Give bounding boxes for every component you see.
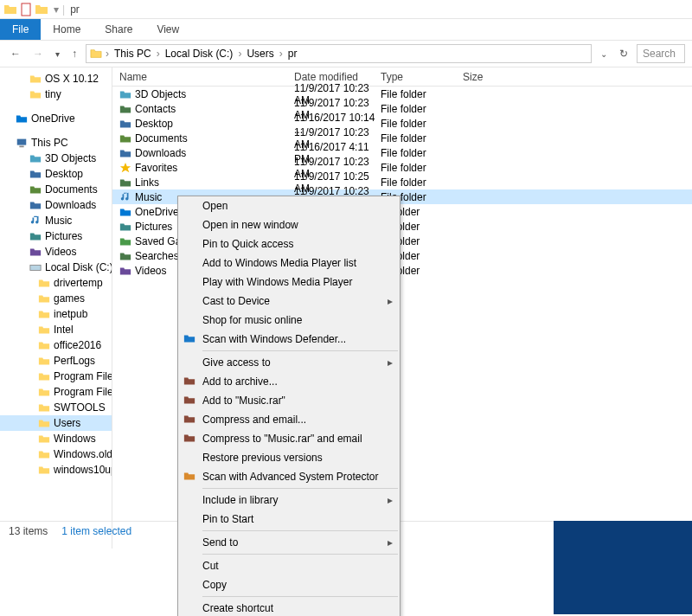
- tree-item[interactable]: Program Files: [0, 369, 112, 384]
- breadcrumb[interactable]: › This PC › Local Disk (C:) › Users › pr: [86, 44, 592, 63]
- menu-item[interactable]: Scan with Windows Defender...: [178, 330, 400, 349]
- chevron-right-icon: ▸: [388, 356, 393, 369]
- tree-item[interactable]: Program Files (: [0, 384, 112, 400]
- col-header-size[interactable]: Size: [463, 71, 515, 83]
- tab-file[interactable]: File: [0, 19, 41, 40]
- menu-item[interactable]: Open in new window: [178, 215, 400, 234]
- menu-item[interactable]: Add to Windows Media Player list: [178, 253, 400, 273]
- list-row[interactable]: Desktop 11/16/2017 10:14 ... File folder: [112, 116, 692, 131]
- list-row[interactable]: 3D Objects 11/9/2017 10:23 AM File folde…: [112, 87, 692, 101]
- menu-item[interactable]: Copy: [178, 575, 400, 594]
- back-button[interactable]: ←: [7, 46, 24, 61]
- menu-separator: [202, 596, 398, 597]
- tree-item[interactable]: OneDrive: [0, 111, 112, 126]
- up-button[interactable]: ↑: [68, 46, 80, 61]
- tree-item[interactable]: Downloads: [0, 197, 112, 213]
- tree-item[interactable]: SWTOOLS: [0, 400, 112, 415]
- tab-share[interactable]: Share: [93, 20, 144, 39]
- tree-item[interactable]: Local Disk (C:): [0, 260, 112, 275]
- menu-item[interactable]: Add to archive...: [178, 372, 400, 391]
- menu-label: Restore previous versions: [202, 452, 323, 464]
- tree-item[interactable]: PerfLogs: [0, 353, 112, 369]
- tree-item[interactable]: Windows: [0, 431, 112, 446]
- tree-item[interactable]: Desktop: [0, 166, 112, 182]
- menu-separator: [202, 554, 398, 555]
- rar-icon: [183, 413, 197, 427]
- refresh-button[interactable]: ↻: [616, 46, 631, 61]
- crumb[interactable]: Users: [245, 48, 275, 60]
- menu-item[interactable]: Compress to "Music.rar" and email: [178, 429, 400, 448]
- tree-item[interactable]: This PC: [0, 135, 112, 151]
- tree-label: This PC: [31, 137, 68, 149]
- menu-item[interactable]: Cast to Device▸: [178, 292, 400, 311]
- chevron-right-icon: ›: [155, 48, 162, 60]
- menu-item[interactable]: Shop for music online: [178, 311, 400, 330]
- menu-item[interactable]: Pin to Start: [178, 510, 400, 529]
- menu-item[interactable]: Include in library▸: [178, 491, 400, 510]
- tree-label: SWTOOLS: [54, 401, 106, 414]
- tree-item[interactable]: windows10upg: [0, 462, 112, 478]
- tree-item[interactable]: Documents: [0, 182, 112, 197]
- crumb[interactable]: This PC: [112, 48, 153, 60]
- menu-item[interactable]: Create shortcut: [178, 599, 400, 616]
- doc-icon: [19, 3, 33, 16]
- menu-item[interactable]: Play with Windows Media Player: [178, 273, 400, 292]
- tree-label: Pictures: [45, 230, 82, 242]
- search-input[interactable]: Search: [637, 44, 685, 63]
- menu-item[interactable]: Add to "Music.rar": [178, 391, 400, 410]
- list-row[interactable]: Contacts 11/9/2017 10:23 AM File folder: [112, 101, 692, 116]
- menu-label: Pin to Quick access: [202, 238, 293, 250]
- menu-item[interactable]: Open: [178, 196, 400, 215]
- tree-item[interactable]: inetpub: [0, 306, 112, 322]
- row-name: Favorites: [135, 162, 177, 174]
- tree-item[interactable]: OS X 10.12: [0, 71, 112, 87]
- row-type: File folder: [381, 88, 463, 100]
- chevron-right-icon: ›: [104, 48, 111, 60]
- col-header-date[interactable]: Date modified: [294, 71, 381, 83]
- menu-item[interactable]: Send to▸: [178, 533, 400, 552]
- menu-item[interactable]: Cut: [178, 556, 400, 575]
- menu-item[interactable]: Scan with Advanced System Protector: [178, 467, 400, 486]
- menu-item[interactable]: Pin to Quick access: [178, 234, 400, 253]
- tree-label: 3D Objects: [45, 152, 96, 164]
- chevron-right-icon: ›: [278, 48, 285, 60]
- menu-item[interactable]: Give access to▸: [178, 353, 400, 372]
- tree-item[interactable]: Pictures: [0, 228, 112, 244]
- tab-home[interactable]: Home: [41, 20, 93, 39]
- menu-item[interactable]: Restore previous versions: [178, 448, 400, 467]
- list-row[interactable]: Favorites 11/9/2017 10:23 AM File folder: [112, 160, 692, 175]
- tree-item[interactable]: office2016: [0, 337, 112, 353]
- tree-item[interactable]: 3D Objects: [0, 151, 112, 166]
- tree-item[interactable]: drivertemp: [0, 275, 112, 291]
- dropdown-icon[interactable]: ⌄: [597, 48, 611, 61]
- menu-item[interactable]: Compress and email...: [178, 410, 400, 429]
- chevron-down-icon[interactable]: ▾: [52, 48, 63, 61]
- tree-item[interactable]: Videos: [0, 244, 112, 260]
- svg-rect-3: [30, 265, 41, 270]
- col-header-type[interactable]: Type: [381, 71, 463, 83]
- chevron-down-icon[interactable]: ▾: [50, 3, 62, 16]
- tree-item[interactable]: Users: [0, 415, 112, 431]
- chevron-right-icon: ▸: [388, 536, 393, 549]
- menu-label: Include in library: [202, 494, 278, 506]
- tree-item[interactable]: games: [0, 291, 112, 306]
- tree-label: Windows: [54, 433, 96, 445]
- list-row[interactable]: Links 11/9/2017 10:25 AM File folder: [112, 175, 692, 189]
- menu-label: Create shortcut: [202, 602, 273, 614]
- tree-label: tiny: [45, 88, 61, 100]
- tree-item[interactable]: Music: [0, 213, 112, 228]
- row-type: File folder: [381, 162, 463, 174]
- row-name: Documents: [135, 132, 188, 144]
- tree-item[interactable]: Intel: [0, 322, 112, 337]
- crumb[interactable]: Local Disk (C:): [163, 48, 235, 60]
- tree-item[interactable]: Windows.old: [0, 446, 112, 462]
- tab-view[interactable]: View: [144, 20, 191, 39]
- row-name: Pictures: [135, 221, 172, 233]
- separator: |: [62, 3, 65, 16]
- list-row[interactable]: Documents 11/9/2017 10:23 AM File folder: [112, 131, 692, 145]
- col-header-name[interactable]: Name: [112, 71, 294, 83]
- tree-item[interactable]: tiny: [0, 87, 112, 102]
- crumb[interactable]: pr: [286, 48, 299, 60]
- row-name: Videos: [135, 265, 166, 277]
- list-row[interactable]: Downloads 11/16/2017 4:11 PM File folder: [112, 145, 692, 160]
